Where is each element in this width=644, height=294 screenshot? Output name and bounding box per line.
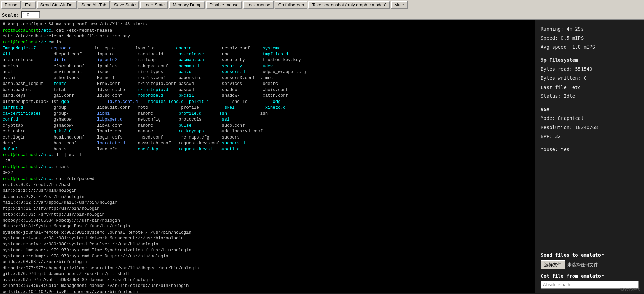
- toolbar: Pause Exit Send Ctrl-Alt-Del Send Alt-Ta…: [0, 0, 644, 10]
- watermark: @51CTO博客: [620, 287, 641, 292]
- exit-button[interactable]: Exit: [22, 1, 36, 9]
- status-stat: Status: Idle: [541, 92, 639, 101]
- scale-input[interactable]: [21, 11, 40, 18]
- scale-row: Scale:: [0, 10, 644, 20]
- filesystem-title: 9p Filesystem: [541, 56, 639, 65]
- get-file-title: Get file from emulator: [541, 273, 639, 279]
- bytes-written-stat: Bytes written: 0: [541, 74, 639, 83]
- right-panel: Running: 4m 29s Speed: 0.5 mIPS Avg spee…: [535, 20, 644, 293]
- vga-title: VGA: [541, 105, 639, 114]
- file-panel: Send files to emulator 选择文件 未选择任何文件 Get …: [535, 247, 644, 293]
- terminal[interactable]: # Xorg -configure && mv xorg.conf.new /e…: [0, 20, 535, 293]
- mouse-stat: Mouse: Yes: [541, 145, 639, 154]
- send-ctrl-alt-del-button[interactable]: Send Ctrl-Alt-Del: [37, 1, 77, 9]
- disable-mouse-button[interactable]: Disable mouse: [206, 1, 242, 9]
- lock-mouse-button[interactable]: Lock mouse: [243, 1, 274, 9]
- send-files-title: Send files to emulator: [541, 252, 639, 258]
- send-alt-tab-button[interactable]: Send Alt-Tab: [78, 1, 110, 9]
- stats-panel: Running: 4m 29s Speed: 0.5 mIPS Avg spee…: [535, 20, 644, 247]
- save-state-button[interactable]: Save State: [111, 1, 139, 9]
- resolution-stat: Resolution: 1024x768: [541, 123, 639, 132]
- scale-label: Scale:: [2, 12, 19, 18]
- load-state-button[interactable]: Load State: [140, 1, 168, 9]
- mode-stat: Mode: Graphical: [541, 114, 639, 123]
- avg-speed-stat: Avg speed: 1.0 mIPS: [541, 42, 639, 52]
- mute-button[interactable]: Mute: [391, 1, 408, 9]
- bytes-read-stat: Bytes read: 551540: [541, 65, 639, 74]
- choose-file-button[interactable]: 选择文件: [541, 260, 565, 269]
- no-file-label: 未选择任何文件: [567, 262, 598, 268]
- main-area: # Xorg -configure && mv xorg.conf.new /e…: [0, 20, 644, 293]
- memory-dump-button[interactable]: Memory Dump: [169, 1, 205, 9]
- take-screenshot-button[interactable]: Take screenshot (only graphic modes): [308, 1, 390, 9]
- bpp-stat: BPP: 32: [541, 132, 639, 141]
- last-file-stat: Last file: etc: [541, 83, 639, 92]
- speed-stat: Speed: 0.5 mIPS: [541, 34, 639, 43]
- go-fullscreen-button[interactable]: Go fullscreen: [275, 1, 308, 9]
- running-stat: Running: 4m 29s: [541, 24, 639, 34]
- pause-button[interactable]: Pause: [1, 1, 21, 9]
